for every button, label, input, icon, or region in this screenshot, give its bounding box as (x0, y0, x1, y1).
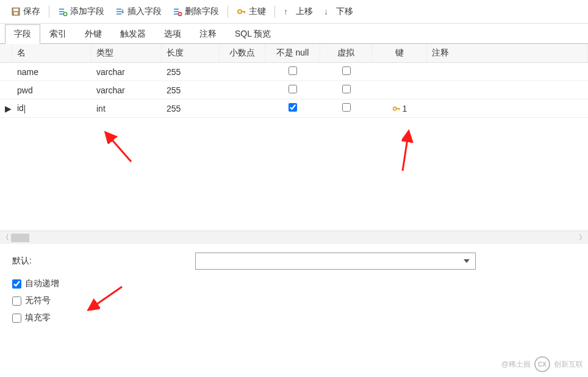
zerofill-label: 填充零 (25, 312, 51, 323)
svg-rect-11 (117, 13, 121, 15)
col-notnull-header[interactable]: 不是 null (265, 44, 320, 62)
table-row[interactable]: namevarchar255 (0, 63, 588, 81)
move-up-button[interactable]: ↑ 上移 (279, 4, 318, 20)
field-notnull-cell[interactable] (265, 82, 320, 98)
tab-6[interactable]: SQL 预览 (226, 24, 280, 44)
notnull-checkbox[interactable] (289, 103, 297, 112)
auto-increment-row[interactable]: 自动递增 (12, 278, 576, 289)
primary-key-button[interactable]: 主键 (232, 4, 271, 20)
zerofill-checkbox[interactable] (12, 314, 21, 323)
field-length-cell[interactable]: 255 (162, 65, 220, 79)
svg-rect-19 (244, 11, 245, 13)
default-label: 默认: (12, 256, 195, 267)
tab-2[interactable]: 外键 (76, 24, 111, 44)
field-comment-cell[interactable] (427, 106, 588, 111)
unsigned-row[interactable]: 无符号 (12, 295, 576, 306)
field-decimal-cell[interactable] (220, 106, 265, 111)
field-decimal-cell[interactable] (220, 88, 265, 93)
horizontal-scrollbar[interactable]: 〈 〉 (0, 231, 588, 244)
scroll-right-icon[interactable]: 〉 (577, 232, 588, 243)
separator (49, 5, 49, 18)
col-virtual-header[interactable]: 虚拟 (320, 44, 372, 62)
save-label: 保存 (23, 6, 40, 17)
tab-0[interactable]: 字段 (5, 24, 40, 44)
tab-5[interactable]: 注释 (190, 24, 226, 44)
properties-panel: 默认: 自动递增 无符号 填充零 (0, 244, 588, 338)
svg-rect-3 (59, 9, 64, 10)
virtual-checkbox[interactable] (342, 66, 351, 75)
svg-rect-10 (117, 11, 121, 12)
field-key-cell[interactable]: 1 (372, 101, 427, 116)
field-virtual-cell[interactable] (320, 64, 372, 79)
save-button[interactable]: 保存 (6, 4, 45, 20)
add-field-button[interactable]: 添加字段 (53, 4, 109, 20)
delete-field-label: 删除字段 (185, 6, 219, 17)
notnull-checkbox[interactable] (289, 66, 297, 75)
watermark: @稀土掘 CX 创新互联 (501, 356, 583, 372)
col-length-header[interactable]: 长度 (162, 44, 220, 62)
watermark-text2: 创新互联 (554, 359, 583, 370)
field-notnull-cell[interactable] (265, 101, 320, 116)
notnull-checkbox[interactable] (289, 85, 297, 93)
field-virtual-cell[interactable] (320, 101, 372, 116)
unsigned-checkbox[interactable] (12, 296, 21, 306)
col-comment-header[interactable]: 注释 (427, 44, 588, 62)
field-length-cell[interactable]: 255 (162, 83, 220, 98)
arrow-up-icon: ↑ (284, 7, 293, 16)
move-down-button[interactable]: ↓ 下移 (319, 4, 358, 20)
col-decimal-header[interactable]: 小数点 (220, 44, 265, 62)
move-down-label: 下移 (336, 6, 353, 17)
field-comment-cell[interactable] (427, 88, 588, 93)
separator (274, 5, 275, 18)
field-name-cell[interactable]: name (12, 65, 91, 79)
field-virtual-cell[interactable] (320, 82, 372, 98)
svg-rect-16 (179, 13, 181, 15)
field-type-cell[interactable]: int (91, 101, 162, 116)
scroll-track[interactable] (11, 234, 577, 242)
table-row[interactable]: ▶idint2551 (0, 99, 588, 118)
delete-field-icon (173, 7, 182, 16)
field-type-cell[interactable]: varchar (91, 65, 162, 79)
insert-field-button[interactable]: 插入字段 (110, 4, 167, 20)
field-name-cell[interactable]: pwd (12, 83, 91, 98)
row-marker (0, 70, 12, 74)
table-row[interactable]: pwdvarchar255 (0, 81, 588, 99)
watermark-text: @稀土掘 (501, 359, 531, 370)
field-type-cell[interactable]: varchar (91, 83, 162, 98)
field-decimal-cell[interactable] (220, 70, 265, 74)
field-key-cell[interactable] (372, 70, 427, 74)
field-key-cell[interactable] (372, 88, 427, 93)
col-key-header[interactable]: 键 (372, 44, 427, 62)
separator (228, 5, 228, 18)
grid-header: 名 类型 长度 小数点 不是 null 虚拟 键 注释 (0, 44, 588, 63)
field-length-cell[interactable]: 255 (162, 101, 220, 116)
grid-body: namevarchar255pwdvarchar255▶idint2551 (0, 63, 588, 231)
svg-rect-4 (59, 11, 64, 12)
svg-rect-9 (117, 9, 121, 10)
col-type-header[interactable]: 类型 (91, 44, 162, 62)
virtual-checkbox[interactable] (342, 85, 351, 93)
watermark-logo-icon: CX (534, 356, 550, 372)
add-field-icon (58, 7, 68, 16)
add-field-label: 添加字段 (70, 6, 104, 17)
toolbar: 保存 添加字段 插入字段 删除字段 主键 ↑ 上移 ↓ 下移 (0, 0, 588, 24)
field-comment-cell[interactable] (427, 70, 588, 74)
zerofill-row[interactable]: 填充零 (12, 312, 576, 323)
auto-increment-checkbox[interactable] (12, 279, 21, 289)
default-select[interactable] (195, 253, 476, 270)
virtual-checkbox[interactable] (342, 103, 351, 112)
tab-1[interactable]: 索引 (40, 24, 76, 44)
col-name-header[interactable]: 名 (12, 44, 91, 62)
tab-4[interactable]: 选项 (155, 24, 190, 44)
scroll-thumb[interactable] (11, 234, 29, 242)
field-name-cell[interactable]: id (12, 101, 91, 115)
insert-field-icon (115, 7, 125, 16)
delete-field-button[interactable]: 删除字段 (168, 4, 224, 20)
tab-3[interactable]: 触发器 (111, 24, 155, 44)
col-marker (0, 44, 12, 62)
scroll-left-icon[interactable]: 〈 (0, 232, 11, 243)
field-notnull-cell[interactable] (265, 64, 320, 79)
key-icon (392, 104, 401, 113)
primary-key-label: 主键 (249, 6, 266, 17)
field-grid: 名 类型 长度 小数点 不是 null 虚拟 键 注释 namevarchar2… (0, 44, 588, 231)
